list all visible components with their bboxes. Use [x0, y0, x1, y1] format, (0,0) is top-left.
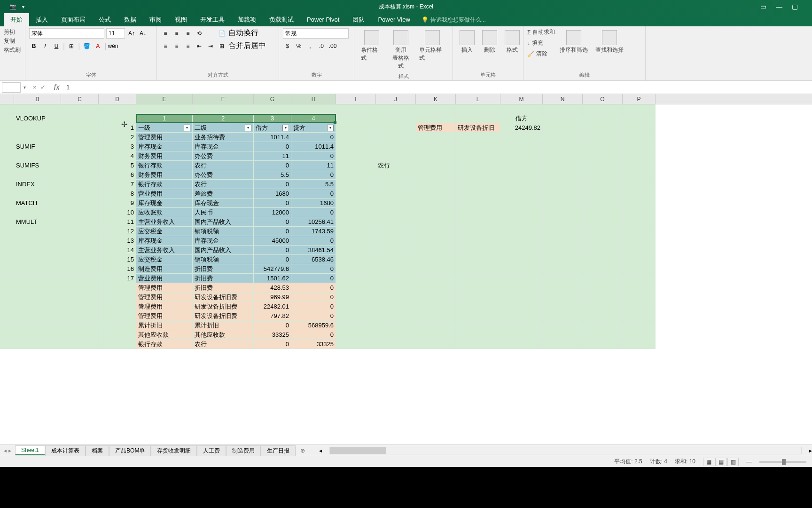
cell[interactable] [583, 236, 623, 246]
cell[interactable] [416, 340, 456, 349]
cell[interactable] [0, 151, 14, 161]
cell[interactable]: 1 [99, 123, 136, 133]
cell[interactable]: 2 [193, 114, 254, 123]
cancel-formula-icon[interactable]: × [33, 84, 37, 91]
cell[interactable] [61, 293, 99, 302]
italic-button[interactable]: I [40, 41, 50, 51]
cell[interactable] [0, 208, 14, 217]
cell[interactable] [61, 170, 99, 180]
cell[interactable] [500, 340, 543, 349]
cell[interactable]: 0 [254, 246, 291, 255]
cell[interactable] [14, 208, 61, 217]
cell[interactable] [0, 274, 14, 283]
cell[interactable] [336, 274, 376, 283]
cell[interactable] [623, 208, 656, 217]
cell[interactable] [376, 198, 416, 208]
cell[interactable] [0, 227, 14, 236]
cell[interactable]: 0 [254, 161, 291, 170]
cell[interactable] [456, 311, 500, 321]
cell[interactable] [14, 104, 61, 114]
cell[interactable] [583, 246, 623, 255]
cell[interactable]: 销项税额 [193, 255, 254, 264]
col-header[interactable]: C [61, 94, 99, 104]
cell[interactable] [500, 311, 543, 321]
dropdown-icon[interactable]: ▾ [22, 4, 24, 9]
tab-home[interactable]: 开始 [4, 13, 29, 26]
cell[interactable]: 11 [291, 161, 336, 170]
cell[interactable]: 管理费用 [136, 293, 193, 302]
sheet-tab[interactable]: Sheet1 [15, 445, 45, 455]
cell[interactable] [543, 246, 583, 255]
cell[interactable] [61, 142, 99, 151]
tab-powerpivot[interactable]: Power Pivot [300, 13, 346, 26]
col-header[interactable]: B [14, 94, 61, 104]
cell[interactable]: 9 [99, 198, 136, 208]
cell[interactable] [376, 302, 416, 311]
cell[interactable] [14, 311, 61, 321]
cell[interactable]: 折旧费 [193, 283, 254, 293]
cell[interactable] [583, 104, 623, 114]
cell[interactable] [0, 142, 14, 151]
cell[interactable] [0, 217, 14, 227]
cell[interactable] [416, 227, 456, 236]
cell[interactable] [543, 293, 583, 302]
cell[interactable] [623, 246, 656, 255]
cell[interactable] [376, 217, 416, 227]
dec-decimal-icon[interactable]: .00 [328, 41, 337, 51]
cell[interactable]: 17 [99, 274, 136, 283]
align-top-icon[interactable]: ≡ [161, 29, 170, 38]
cell[interactable]: 库存现金 [193, 142, 254, 151]
col-header[interactable]: N [543, 94, 583, 104]
cell[interactable] [543, 198, 583, 208]
cell[interactable] [14, 227, 61, 236]
cell[interactable]: 969.99 [254, 293, 291, 302]
cell[interactable]: 营业费用 [136, 189, 193, 198]
cell[interactable]: 借方 [500, 114, 543, 123]
cell[interactable] [583, 293, 623, 302]
cell[interactable] [336, 151, 376, 161]
cell[interactable] [456, 302, 500, 311]
cell[interactable] [0, 123, 14, 133]
cell[interactable] [99, 321, 136, 330]
add-sheet-button[interactable]: ⊕ [296, 447, 310, 454]
cell[interactable] [336, 302, 376, 311]
cell[interactable]: 管理费用 [136, 311, 193, 321]
col-header[interactable]: I [336, 94, 376, 104]
cell[interactable]: 0 [254, 340, 291, 349]
cell[interactable] [623, 142, 656, 151]
cell[interactable] [291, 104, 336, 114]
cell[interactable] [623, 274, 656, 283]
cell[interactable] [376, 321, 416, 330]
align-right-icon[interactable]: ≡ [183, 41, 193, 51]
cell[interactable] [193, 104, 254, 114]
cell[interactable] [456, 330, 500, 340]
cell[interactable]: 农行 [376, 161, 416, 170]
cell[interactable]: VLOOKUP [14, 114, 61, 123]
format-painter-button[interactable]: 格式刷 [4, 46, 21, 54]
cell[interactable]: 33325 [254, 330, 291, 340]
cell[interactable]: 库存现金 [136, 236, 193, 246]
cell[interactable] [14, 236, 61, 246]
cell[interactable]: MATCH [14, 198, 61, 208]
cell[interactable] [543, 114, 583, 123]
cell[interactable] [416, 264, 456, 274]
cell[interactable]: 农行 [193, 180, 254, 189]
camera-icon[interactable]: 📷 [9, 3, 16, 10]
cell[interactable] [456, 321, 500, 330]
col-header[interactable]: O [583, 94, 623, 104]
cell[interactable] [61, 114, 99, 123]
cell[interactable] [0, 283, 14, 293]
cell[interactable]: 0 [291, 151, 336, 161]
cell[interactable]: 二级▾ [193, 123, 254, 133]
cell[interactable] [416, 151, 456, 161]
cell[interactable]: 折旧费 [193, 264, 254, 274]
cell[interactable]: 0 [291, 302, 336, 311]
cell[interactable]: 0 [254, 217, 291, 227]
cell[interactable]: 应交税金 [136, 227, 193, 236]
cell[interactable] [416, 189, 456, 198]
copy-button[interactable]: 复制 [4, 37, 21, 45]
cell[interactable] [336, 208, 376, 217]
cell[interactable] [583, 283, 623, 293]
sheet-tab[interactable]: 存货收发明细 [151, 445, 197, 456]
maximize-icon[interactable]: ▢ [792, 3, 798, 10]
